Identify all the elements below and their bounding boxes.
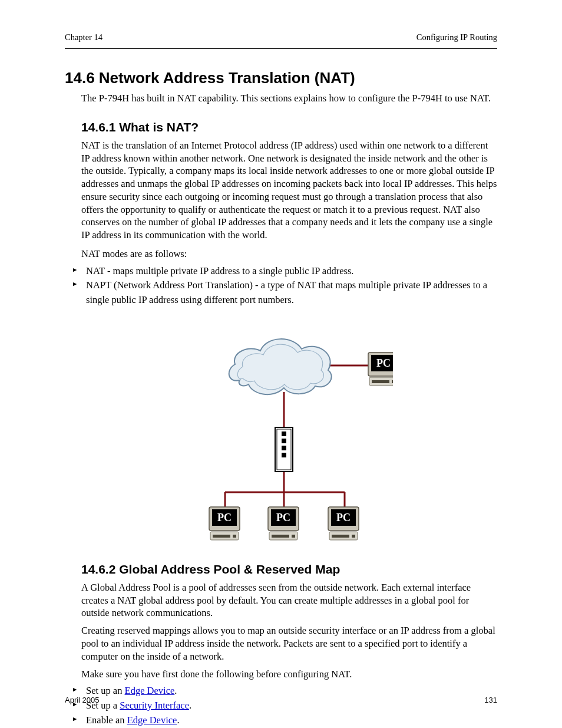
running-header: Chapter 14 Configuring IP Routing — [65, 32, 497, 42]
link-pre: Set up an — [86, 685, 125, 696]
svg-rect-9 — [282, 431, 286, 436]
subsection-1-para2: NAT modes are as follows: — [81, 248, 497, 261]
subsection-1-title: 14.6.1 What is NAT? — [81, 120, 497, 134]
page: Chapter 14 Configuring IP Routing 14.6 N… — [0, 0, 562, 728]
svg-rect-12 — [282, 453, 286, 457]
header-right: Configuring IP Routing — [416, 32, 497, 42]
subsection-1-para1: NAT is the translation of an Internet Pr… — [81, 139, 497, 242]
svg-text:PC: PC — [276, 512, 290, 523]
svg-rect-11 — [282, 446, 286, 450]
pc-icon: PC — [209, 507, 240, 540]
footer-right: 131 — [484, 696, 497, 704]
subsection-2-para2: Creating reserved mappings allows you to… — [81, 624, 497, 663]
header-left: Chapter 14 — [65, 32, 103, 42]
svg-rect-23 — [213, 535, 230, 538]
nat-figure: PC PC PC — [169, 324, 393, 548]
svg-text:PC: PC — [336, 512, 351, 523]
subsection-2-para1: A Global Address Pool is a pool of addre… — [81, 581, 497, 620]
svg-rect-30 — [292, 535, 295, 538]
cloud-icon — [229, 339, 332, 394]
svg-text:PC: PC — [376, 357, 391, 369]
router-icon — [275, 427, 293, 472]
list-item: Enable an Edge Device. — [86, 713, 497, 728]
header-rule — [65, 48, 497, 49]
svg-rect-17 — [372, 380, 389, 383]
link-post: . — [174, 685, 177, 696]
edge-device-enable-link[interactable]: Edge Device — [127, 714, 177, 726]
subsection-2-para3: Make sure you have first done the follow… — [81, 668, 497, 681]
svg-rect-29 — [272, 535, 289, 538]
nat-modes-list: NAT - maps multiple private IP address t… — [65, 264, 497, 308]
link-pre: Enable an — [86, 714, 127, 726]
svg-text:PC: PC — [217, 512, 232, 523]
pc-icon: PC — [268, 507, 299, 540]
pc-icon: PC — [368, 353, 393, 386]
svg-rect-10 — [282, 439, 286, 443]
svg-rect-18 — [392, 380, 393, 383]
footer-left: April 2005 — [65, 696, 100, 704]
subsection-2-title: 14.6.2 Global Address Pool & Reserved Ma… — [81, 562, 497, 577]
prereq-list: Set up an Edge Device. Set up a Security… — [65, 684, 497, 727]
pc-icon: PC — [328, 507, 359, 540]
list-item: NAT - maps multiple private IP address t… — [86, 264, 497, 279]
svg-rect-35 — [332, 535, 349, 538]
svg-rect-24 — [233, 535, 236, 538]
edge-device-link[interactable]: Edge Device — [125, 685, 175, 696]
link-post: . — [177, 714, 179, 726]
svg-rect-36 — [352, 535, 355, 538]
list-item: NAPT (Network Address Port Translation) … — [86, 278, 497, 308]
footer: April 2005 131 — [65, 696, 497, 704]
section-title: 14.6 Network Address Translation (NAT) — [65, 69, 497, 87]
section-intro: The P-794H has built in NAT capability. … — [81, 92, 497, 105]
